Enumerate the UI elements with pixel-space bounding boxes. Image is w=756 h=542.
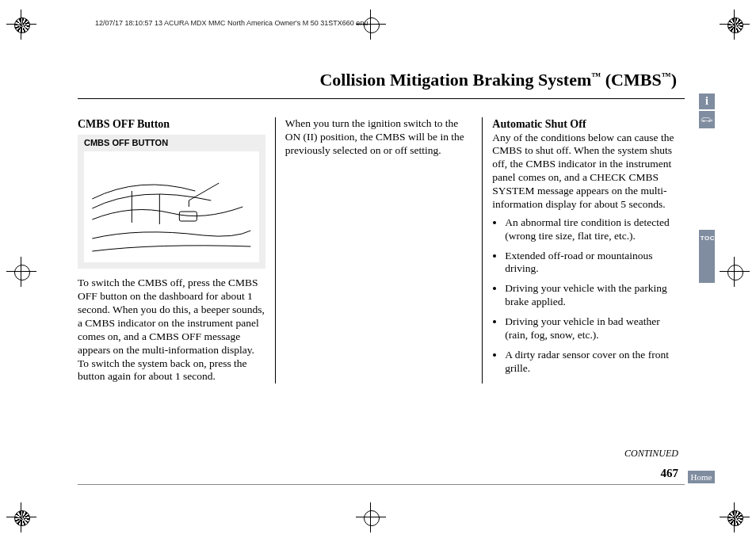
figure-cmbs-off-button: CMBS OFF BUTTON	[78, 135, 265, 269]
col3-intro: Any of the conditions below can cause th…	[492, 132, 680, 212]
footer-rule	[78, 484, 685, 485]
list-item: Driving your vehicle with the parking br…	[505, 282, 680, 309]
content-columns: CMBS OFF Button CMBS OFF BUTTON	[78, 117, 680, 384]
tab-section-driving[interactable]: TOC Driving	[699, 230, 715, 283]
crop-mark-icon	[361, 507, 381, 528]
column-3: Automatic Shut Off Any of the conditions…	[482, 117, 680, 384]
home-button[interactable]: Home	[688, 471, 715, 483]
list-item: A dirty radar sensor cover on the front …	[505, 349, 680, 376]
tab-toc-label: TOC	[701, 235, 715, 242]
tab-vehicle-icon[interactable]	[699, 111, 715, 128]
figure-caption: CMBS OFF BUTTON	[78, 135, 265, 151]
col2-body: When you turn the ignition switch to the…	[285, 117, 473, 158]
crop-mark-icon	[11, 14, 32, 35]
tab-info[interactable]: i	[699, 94, 715, 109]
list-item: Driving your vehicle in bad weather (rai…	[505, 315, 680, 342]
crop-mark-icon	[11, 507, 32, 528]
column-1: CMBS OFF Button CMBS OFF BUTTON	[78, 117, 275, 384]
continued-label: CONTINUED	[624, 448, 678, 460]
column-2: When you turn the ignition switch to the…	[275, 117, 483, 384]
crop-mark-icon	[11, 261, 32, 282]
figure-drawing	[84, 151, 259, 262]
page-title: Collision Mitigation Braking System™ (CM…	[319, 70, 677, 90]
col1-body: To switch the CMBS off, press the CMBS O…	[78, 277, 265, 384]
crop-mark-icon	[724, 261, 745, 282]
col1-subhead: CMBS OFF Button	[78, 117, 265, 132]
page-number: 467	[661, 467, 679, 480]
list-item: Extended off-road or mountainous driving…	[505, 250, 680, 277]
crop-mark-icon	[724, 14, 745, 35]
side-tabs: i	[699, 94, 715, 130]
col3-bullet-list: An abnormal tire condition is detected (…	[492, 216, 680, 376]
tab-section-label: Driving	[692, 235, 701, 261]
crop-mark-icon	[724, 507, 745, 528]
document-header-metadata: 12/07/17 18:10:57 13 ACURA MDX MMC North…	[95, 19, 368, 27]
list-item: An abnormal tire condition is detected (…	[505, 216, 680, 243]
title-rule	[78, 98, 685, 99]
col3-subhead: Automatic Shut Off	[492, 117, 680, 132]
